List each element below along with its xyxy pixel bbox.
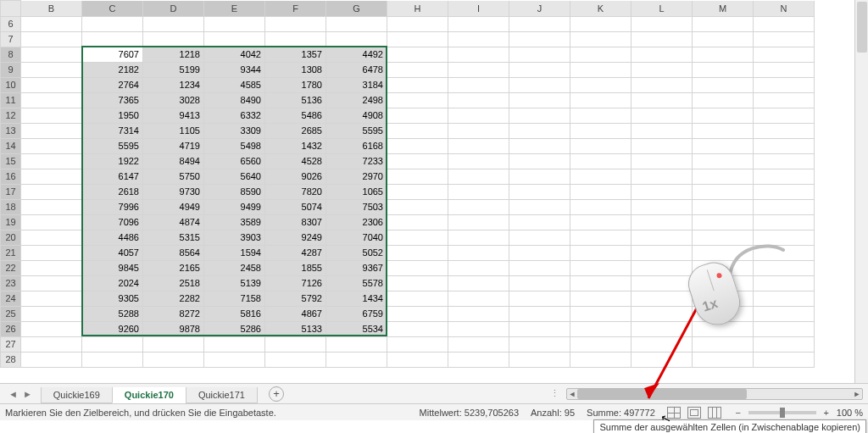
cell-I17[interactable] <box>448 184 509 199</box>
row-header-13[interactable]: 13 <box>1 123 21 138</box>
row-header-27[interactable]: 27 <box>1 336 21 352</box>
cell-G24[interactable]: 1434 <box>326 291 387 306</box>
cell-N8[interactable] <box>754 47 815 62</box>
cell-H14[interactable] <box>387 138 448 153</box>
cell-J19[interactable] <box>509 214 570 230</box>
cell-C21[interactable]: 4057 <box>82 245 143 260</box>
cell-I16[interactable] <box>448 169 509 184</box>
cell-L15[interactable] <box>632 153 693 169</box>
cell-D22[interactable]: 2165 <box>143 260 204 275</box>
cell-L17[interactable] <box>632 184 693 199</box>
zoom-out-button[interactable]: − <box>733 408 743 418</box>
cell-D6[interactable] <box>143 16 204 31</box>
row-header-8[interactable]: 8 <box>1 47 21 62</box>
row-header-26[interactable]: 26 <box>1 321 21 336</box>
cell-F23[interactable]: 7126 <box>265 275 326 291</box>
cell-M11[interactable] <box>693 92 754 108</box>
cell-G20[interactable]: 7040 <box>326 230 387 245</box>
row-header-22[interactable]: 22 <box>1 260 21 275</box>
cell-K12[interactable] <box>570 108 632 123</box>
cell-N26[interactable] <box>754 321 815 336</box>
cell-J14[interactable] <box>509 138 570 153</box>
cell-F22[interactable]: 1855 <box>265 260 326 275</box>
cell-F6[interactable] <box>265 16 326 31</box>
cell-I6[interactable] <box>448 16 509 31</box>
cell-E22[interactable]: 2458 <box>204 260 265 275</box>
cell-G17[interactable]: 1065 <box>326 184 387 199</box>
row-header-18[interactable]: 18 <box>1 199 21 214</box>
cell-M26[interactable] <box>693 321 754 336</box>
zoom-in-button[interactable]: + <box>821 408 832 418</box>
cell-B10[interactable] <box>21 77 82 92</box>
cell-D25[interactable]: 8272 <box>143 306 204 321</box>
cell-K27[interactable] <box>570 336 632 352</box>
cell-G22[interactable]: 9367 <box>326 260 387 275</box>
row-header-23[interactable]: 23 <box>1 275 21 291</box>
cell-C18[interactable]: 7996 <box>82 199 143 214</box>
cell-G6[interactable] <box>326 16 387 31</box>
cell-H17[interactable] <box>387 184 448 199</box>
cell-F11[interactable]: 5136 <box>265 92 326 108</box>
cell-N28[interactable] <box>754 352 815 367</box>
cell-J16[interactable] <box>509 169 570 184</box>
cell-I8[interactable] <box>448 47 509 62</box>
cell-B24[interactable] <box>21 291 82 306</box>
cell-L24[interactable] <box>632 291 693 306</box>
cell-F28[interactable] <box>265 352 326 367</box>
cell-G25[interactable]: 6759 <box>326 306 387 321</box>
cell-D13[interactable]: 1105 <box>143 123 204 138</box>
cell-L28[interactable] <box>632 352 693 367</box>
cell-D20[interactable]: 5315 <box>143 230 204 245</box>
column-header-D[interactable]: D <box>143 1 204 17</box>
cell-H23[interactable] <box>387 275 448 291</box>
cell-F17[interactable]: 7820 <box>265 184 326 199</box>
cell-L10[interactable] <box>632 77 693 92</box>
cell-J15[interactable] <box>509 153 570 169</box>
row-header-16[interactable]: 16 <box>1 169 21 184</box>
cell-K18[interactable] <box>570 199 632 214</box>
cell-E13[interactable]: 3309 <box>204 123 265 138</box>
cell-B22[interactable] <box>21 260 82 275</box>
row-header-17[interactable]: 17 <box>1 184 21 199</box>
tab-split-handle[interactable]: ⋮ <box>550 388 561 399</box>
horizontal-scrollbar[interactable]: ◄ ► <box>566 388 863 400</box>
cell-M18[interactable] <box>693 199 754 214</box>
cell-D8[interactable]: 1218 <box>143 47 204 62</box>
row-header-20[interactable]: 20 <box>1 230 21 245</box>
cell-C17[interactable]: 2618 <box>82 184 143 199</box>
cell-E15[interactable]: 6560 <box>204 153 265 169</box>
cell-D23[interactable]: 2518 <box>143 275 204 291</box>
cell-G8[interactable]: 4492 <box>326 47 387 62</box>
cell-E23[interactable]: 5139 <box>204 275 265 291</box>
cell-C24[interactable]: 9305 <box>82 291 143 306</box>
cell-I26[interactable] <box>448 321 509 336</box>
cell-B21[interactable] <box>21 245 82 260</box>
cell-D16[interactable]: 5750 <box>143 169 204 184</box>
cell-E21[interactable]: 1594 <box>204 245 265 260</box>
cell-N25[interactable] <box>754 306 815 321</box>
cell-B17[interactable] <box>21 184 82 199</box>
cell-F12[interactable]: 5486 <box>265 108 326 123</box>
cell-M17[interactable] <box>693 184 754 199</box>
cell-H10[interactable] <box>387 77 448 92</box>
cell-F9[interactable]: 1308 <box>265 62 326 77</box>
cell-J26[interactable] <box>509 321 570 336</box>
cell-C28[interactable] <box>82 352 143 367</box>
cell-E9[interactable]: 9344 <box>204 62 265 77</box>
cell-F13[interactable]: 2685 <box>265 123 326 138</box>
cell-L26[interactable] <box>632 321 693 336</box>
cell-K19[interactable] <box>570 214 632 230</box>
cell-G10[interactable]: 3184 <box>326 77 387 92</box>
column-header-M[interactable]: M <box>693 1 754 17</box>
cell-K20[interactable] <box>570 230 632 245</box>
cell-C26[interactable]: 9260 <box>82 321 143 336</box>
cell-E12[interactable]: 6332 <box>204 108 265 123</box>
cell-K25[interactable] <box>570 306 632 321</box>
cell-F15[interactable]: 4528 <box>265 153 326 169</box>
cell-M6[interactable] <box>693 16 754 31</box>
cell-D10[interactable]: 1234 <box>143 77 204 92</box>
cell-J17[interactable] <box>509 184 570 199</box>
cell-H21[interactable] <box>387 245 448 260</box>
cell-B11[interactable] <box>21 92 82 108</box>
cell-L7[interactable] <box>632 31 693 47</box>
